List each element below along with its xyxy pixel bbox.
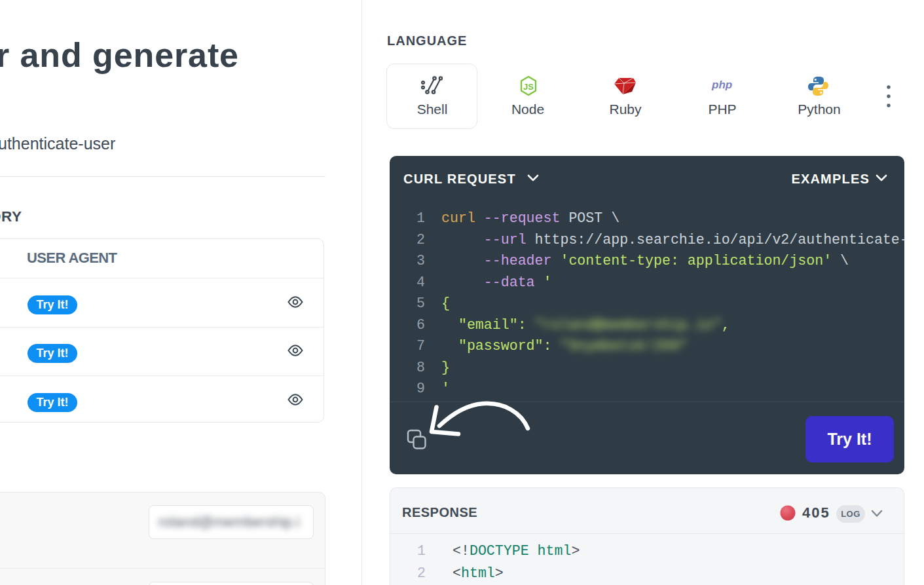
svg-text:php: php: [711, 79, 732, 91]
svg-text:JS: JS: [523, 82, 534, 92]
